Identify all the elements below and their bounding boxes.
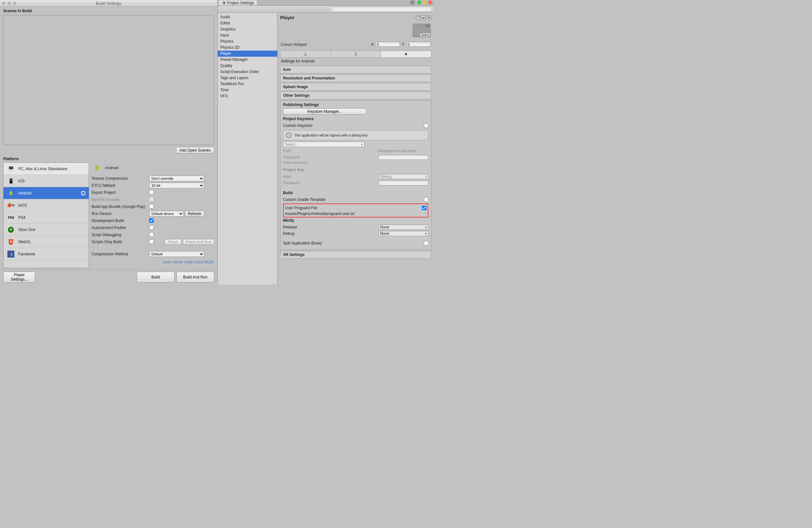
platform-facebook[interactable]: f Facebook — [3, 248, 89, 260]
cat-vfx[interactable]: VFX — [218, 93, 277, 99]
svg-point-1 — [12, 191, 12, 192]
cat-physics2d[interactable]: Physics 2D — [218, 44, 277, 51]
cat-input[interactable]: Input — [218, 32, 277, 39]
minify-debug-select[interactable]: None — [378, 231, 429, 236]
section-other[interactable]: Other Settings — [280, 91, 431, 99]
thumb-2d-label: 2D/ — [425, 24, 430, 28]
section-resolution[interactable]: Resolution and Presentation — [280, 74, 431, 82]
platform-label: Facebook — [18, 252, 35, 256]
cat-time[interactable]: Time — [218, 87, 277, 93]
cat-audio[interactable]: Audio — [218, 14, 277, 20]
minimize-icon[interactable] — [423, 1, 426, 4]
cat-editor[interactable]: Editor — [218, 20, 277, 26]
cursor-hotspot-x-input[interactable] — [376, 42, 400, 47]
split-apk-checkbox[interactable] — [424, 241, 429, 245]
android-icon — [92, 164, 102, 172]
svg-line-9 — [333, 10, 333, 10]
cat-physics[interactable]: Physics — [218, 39, 277, 44]
keystore-select[interactable]: Select... — [283, 142, 364, 147]
cat-quality[interactable]: Quality — [218, 63, 277, 69]
add-open-scenes-button[interactable]: Add Open Scenes — [176, 147, 214, 154]
alias-select[interactable]: Debug — [378, 174, 429, 179]
selected-platform-name: Android — [105, 166, 118, 170]
cursor-hotspot-y-input[interactable] — [406, 42, 431, 47]
custom-keystore-checkbox[interactable] — [424, 123, 429, 128]
script-debugging-checkbox[interactable] — [149, 232, 154, 237]
build-app-bundle-label: Build App Bundle (Google Play) — [91, 204, 149, 209]
run-device-select[interactable]: Default device — [149, 211, 184, 217]
platform-tvos[interactable]: 🍎tv tvOS — [3, 199, 89, 212]
cursor-hotspot-label: Cursor Hotspot — [281, 42, 369, 47]
texture-compression-select[interactable]: Don't override — [149, 175, 204, 181]
development-build-checkbox[interactable] — [149, 218, 154, 223]
platform-android[interactable]: Android — [3, 187, 89, 199]
select-texture-button[interactable]: Select — [420, 33, 430, 37]
scripts-only-build-label: Scripts Only Build — [91, 240, 149, 244]
build-button[interactable]: Build — [137, 272, 174, 283]
player-settings-button[interactable]: Player Settings... — [3, 272, 35, 283]
debug-label: Debug — [283, 231, 378, 236]
gear-icon — [222, 1, 226, 5]
minimize-icon[interactable] — [8, 2, 11, 5]
keystore-manager-button[interactable]: Keystore Manager... — [283, 108, 366, 115]
patch-and-run-button[interactable]: Patch And Run — [183, 239, 214, 245]
tab-android[interactable] — [381, 51, 431, 57]
etc2-fallback-select[interactable]: 32-bit — [149, 183, 204, 188]
proguard-path: Assets/Plugins/Android/proguard-user.txt — [285, 211, 426, 216]
etc2-fallback-label: ETC2 fallback — [91, 183, 149, 188]
svg-point-7 — [98, 166, 98, 167]
texture-slot[interactable]: 2D/ Select — [413, 24, 431, 37]
svg-text:f: f — [11, 253, 12, 257]
tab-ios[interactable] — [331, 51, 381, 57]
cat-graphics[interactable]: Graphics — [218, 26, 277, 32]
password-label: Password — [283, 155, 378, 159]
cat-script-exec[interactable]: Script Execution Order — [218, 69, 277, 75]
presets-icon[interactable]: ⇄ — [421, 15, 426, 20]
platform-webgl[interactable]: 5 WebGL — [3, 236, 89, 248]
autoconnect-profiler-checkbox[interactable] — [149, 225, 154, 230]
build-and-run-button[interactable]: Build And Run — [176, 272, 214, 283]
close-icon[interactable] — [2, 2, 5, 5]
export-project-checkbox[interactable] — [149, 190, 154, 195]
cat-tags[interactable]: Tags and Layers — [218, 75, 277, 81]
minify-release-select[interactable]: None — [378, 225, 429, 230]
build-settings-window: Build Settings Scenes In Build Add Open … — [0, 0, 218, 285]
cat-preset[interactable]: Preset Manager — [218, 57, 277, 63]
unity-icon — [81, 190, 86, 196]
svg-point-0 — [10, 191, 11, 192]
minify-label: Minify — [283, 218, 429, 223]
scenes-list[interactable] — [3, 15, 214, 145]
window-controls — [2, 2, 16, 5]
build-app-bundle-checkbox[interactable] — [149, 204, 154, 209]
refresh-button[interactable]: Refresh — [185, 211, 204, 217]
section-icon[interactable]: Icon — [280, 66, 431, 73]
search-input[interactable] — [330, 7, 432, 12]
tab-standalone[interactable] — [280, 51, 331, 57]
proguard-checkbox[interactable] — [422, 206, 426, 210]
platform-ios[interactable]: 📱 iOS — [3, 175, 89, 187]
cat-player[interactable]: Player — [218, 51, 277, 57]
section-splash[interactable]: Splash Image — [280, 83, 431, 91]
cloud-build-link[interactable]: Learn about Unity Cloud Build — [91, 259, 214, 265]
platform-pc[interactable]: 🖥️ PC, Mac & Linux Standalone — [3, 163, 89, 175]
export-project-label: Export Project — [91, 190, 149, 195]
compression-method-select[interactable]: Default — [149, 251, 204, 257]
zoom-icon[interactable] — [13, 2, 16, 5]
settings-main-panel: Player ❐ ⇄ ✻ 2D/ Select Cursor Hotspot X… — [278, 13, 434, 285]
zoom-icon[interactable] — [418, 1, 421, 4]
platform-label: PS4 — [18, 215, 26, 220]
platform-xboxone[interactable]: Xbox One — [3, 224, 89, 236]
cat-tmpro[interactable]: TextMesh Pro — [218, 81, 277, 87]
scripts-only-build-checkbox[interactable] — [149, 239, 154, 244]
patch-button[interactable]: Patch — [164, 239, 182, 245]
section-xr[interactable]: XR Settings — [280, 251, 431, 259]
gradle-template-checkbox[interactable] — [424, 197, 429, 202]
panel-menu-icon[interactable] — [410, 1, 415, 4]
settings-gear-icon[interactable]: ✻ — [427, 15, 431, 20]
open-reference-icon[interactable]: ❐ — [416, 15, 420, 20]
platform-ps4[interactable]: PS4 PS4 — [3, 212, 89, 224]
svg-rect-10 — [355, 53, 357, 55]
project-settings-tab[interactable]: Project Settings — [218, 0, 258, 5]
close-icon[interactable] — [429, 1, 432, 4]
y-label: Y — [402, 42, 404, 47]
